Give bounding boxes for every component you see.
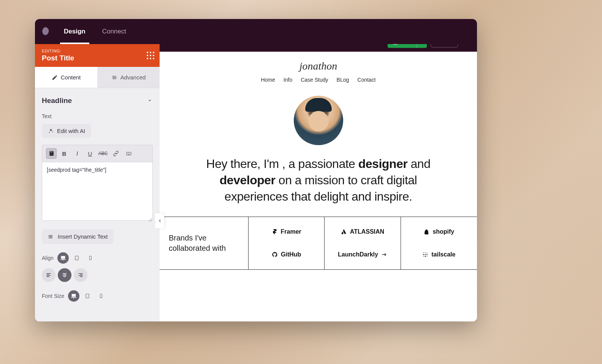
align-left[interactable] (42, 268, 55, 282)
tab-design[interactable]: Design (55, 19, 94, 44)
arrow-right-icon (381, 252, 387, 258)
brand-col-1: Framer GitHub (249, 217, 325, 269)
topbar: Design Connect (35, 19, 477, 44)
tool-clipboard[interactable] (46, 148, 57, 159)
brand-github: GitHub (272, 251, 301, 258)
tablet-icon (85, 293, 90, 299)
tool-bold[interactable]: B (59, 148, 70, 159)
device-desktop[interactable] (57, 252, 69, 264)
nav-contact[interactable]: Contact (357, 77, 375, 83)
editing-label: EDITING: (42, 49, 153, 53)
align-center[interactable] (58, 268, 71, 282)
chevron-left-icon (158, 218, 162, 223)
site-canvas: jonathon Home Info Case Study BLog Conta… (160, 52, 477, 279)
tab-content[interactable]: Content (35, 67, 97, 88)
brand-framer: Framer (272, 228, 301, 235)
tool-link[interactable] (111, 148, 121, 159)
svg-point-16 (90, 259, 91, 260)
hero-pre: Hey there, I'm , a passionate (206, 157, 358, 171)
fontsize-tablet[interactable] (82, 290, 93, 302)
leaf-icon (40, 26, 51, 37)
svg-point-11 (113, 78, 114, 79)
nav-home[interactable]: Home (261, 77, 275, 83)
brand-launchdarkly: LaunchDarkly (338, 251, 387, 258)
svg-point-18 (87, 297, 88, 298)
editing-title: Post Title (42, 54, 153, 62)
nav-blog[interactable]: BLog (337, 77, 349, 83)
avatar (294, 96, 343, 145)
device-mobile[interactable] (85, 252, 96, 264)
brands-label: Brands I've collaborated with (160, 217, 249, 269)
tool-underline[interactable]: U (85, 148, 95, 159)
svg-point-0 (423, 252, 424, 253)
fontsize-mobile[interactable] (95, 290, 107, 302)
list-icon (48, 234, 54, 240)
brands-section: Brands I've collaborated with Framer Git… (160, 217, 477, 269)
hero-headline: Hey there, I'm , a passionate designer a… (197, 156, 440, 217)
insert-dynamic-text-button[interactable]: Insert Dynamic Text (42, 229, 114, 244)
editing-banner: EDITING: Post Title (35, 44, 160, 67)
align-center-icon (62, 272, 68, 278)
align-right[interactable] (74, 268, 87, 282)
svg-point-10 (115, 77, 116, 78)
align-left-icon (46, 272, 52, 278)
hero-bold-1: designer (358, 157, 407, 171)
text-editor[interactable] (42, 162, 153, 221)
brand-shopify: shopify (423, 228, 454, 235)
preview-area: Save Preview jonathon Home Info Case Stu… (160, 33, 477, 321)
mobile-icon (88, 255, 93, 261)
tool-italic[interactable]: I (72, 148, 82, 159)
svg-point-8 (427, 256, 428, 257)
brand-tailscale: tailscale (422, 251, 455, 258)
editor-toolbar: B I U ABC (42, 145, 153, 162)
keyboard-icon (126, 150, 132, 157)
sparkles-icon (48, 128, 54, 134)
align-right-icon (78, 272, 84, 278)
nav-info[interactable]: Info (284, 77, 292, 83)
align-label: Align (42, 255, 54, 261)
shopify-icon (423, 229, 429, 235)
fontsize-row: Font Size (42, 290, 153, 302)
svg-point-5 (427, 254, 428, 255)
text-label: Text (42, 113, 153, 119)
hero-bold-2: developer (220, 173, 276, 187)
tab-connect[interactable]: Connect (94, 19, 135, 44)
tool-keyboard[interactable] (124, 148, 134, 159)
chevron-down-icon (147, 98, 153, 104)
atlassian-icon (341, 229, 347, 235)
top-tabs: Design Connect (55, 19, 135, 44)
clipboard-icon (48, 150, 54, 157)
sidebar-collapse-toggle[interactable] (155, 213, 164, 228)
divider (160, 269, 477, 279)
tool-strike[interactable]: ABC (98, 148, 108, 159)
align-row: Align (42, 252, 153, 264)
desktop-icon (60, 255, 66, 261)
link-icon (113, 150, 119, 157)
svg-point-2 (427, 252, 428, 253)
brand-col-3: shopify tailscale (401, 217, 477, 269)
svg-point-20 (101, 297, 101, 298)
tab-advanced[interactable]: Advanced (97, 67, 160, 88)
device-tablet[interactable] (71, 252, 82, 264)
fontsize-desktop[interactable] (68, 290, 79, 302)
brand-atlassian: ATLASSIAN (341, 228, 384, 235)
brand-col-2: ATLASSIAN LaunchDarkly (325, 217, 401, 269)
hero-mid: and (407, 157, 430, 171)
github-icon (272, 252, 278, 258)
nav-case-study[interactable]: Case Study (301, 77, 328, 83)
sidebar-content: Headline Text Edit with AI B I U ABC (35, 88, 160, 321)
section-headline[interactable]: Headline (42, 97, 153, 105)
logo[interactable] (35, 19, 55, 44)
app-window: Design Connect Save Preview jonathon (35, 19, 477, 321)
svg-point-14 (77, 259, 77, 260)
pencil-icon (52, 74, 58, 81)
drag-handle-icon[interactable] (147, 52, 154, 59)
edit-with-ai-button[interactable]: Edit with AI (42, 124, 91, 138)
svg-point-1 (425, 252, 426, 253)
framer-icon (272, 229, 278, 235)
mobile-icon (99, 293, 103, 299)
fontsize-label: Font Size (42, 293, 64, 299)
sliders-icon (111, 74, 117, 81)
svg-point-6 (423, 256, 424, 257)
sidebar: EDITING: Post Title Content Advanced Hea… (35, 44, 160, 321)
